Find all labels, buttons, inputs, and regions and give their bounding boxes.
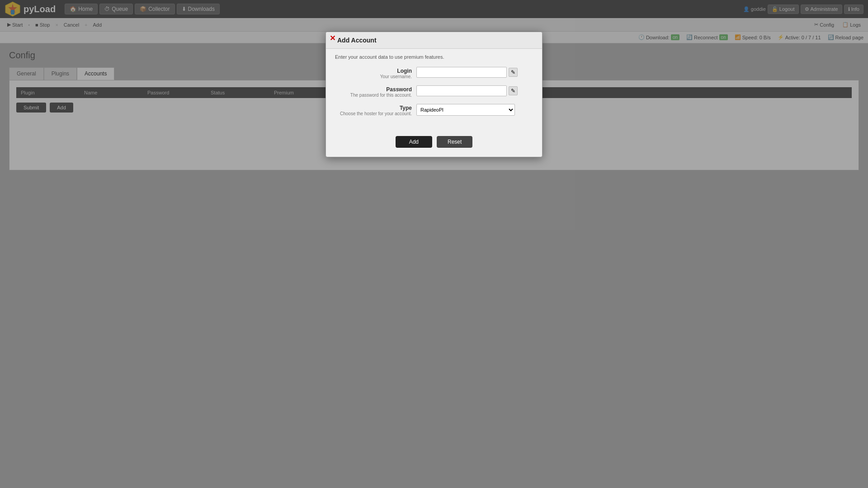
- password-row: Password The password for this account. …: [335, 85, 533, 98]
- modal-header: Add Account: [326, 32, 542, 49]
- login-label: Login: [335, 68, 412, 74]
- login-input-group: ✎: [416, 67, 533, 78]
- modal-close-button[interactable]: ✕: [330, 35, 335, 42]
- password-sublabel: The password for this account.: [335, 93, 412, 98]
- password-input-group: ✎: [416, 85, 533, 96]
- modal-title: Add Account: [337, 37, 535, 44]
- modal-overlay: ✕ Add Account Enter your account data to…: [0, 0, 868, 488]
- password-clear-icon[interactable]: ✎: [509, 86, 518, 95]
- add-account-modal: ✕ Add Account Enter your account data to…: [326, 32, 542, 157]
- modal-reset-button[interactable]: Reset: [437, 136, 472, 148]
- password-label-group: Password The password for this account.: [335, 85, 416, 98]
- type-label-group: Type Choose the hoster for your account.: [335, 104, 416, 116]
- login-row: Login Your username. ✎: [335, 67, 533, 79]
- login-label-group: Login Your username.: [335, 67, 416, 79]
- modal-subtitle: Enter your account data to use premium f…: [335, 54, 533, 60]
- login-clear-icon[interactable]: ✎: [509, 68, 518, 77]
- login-input[interactable]: [416, 67, 507, 78]
- modal-footer: Add Reset: [326, 131, 542, 157]
- modal-add-button[interactable]: Add: [396, 136, 432, 148]
- login-sublabel: Your username.: [335, 74, 412, 79]
- password-input[interactable]: [416, 85, 507, 96]
- password-label: Password: [335, 86, 412, 93]
- type-sublabel: Choose the hoster for your account.: [335, 111, 412, 116]
- modal-body: Enter your account data to use premium f…: [326, 49, 542, 131]
- type-row: Type Choose the hoster for your account.…: [335, 104, 533, 116]
- type-select[interactable]: RapideoPl MegaUpload RapidShare Hotfile: [416, 104, 515, 116]
- type-select-group: RapideoPl MegaUpload RapidShare Hotfile: [416, 104, 533, 116]
- type-label: Type: [335, 105, 412, 111]
